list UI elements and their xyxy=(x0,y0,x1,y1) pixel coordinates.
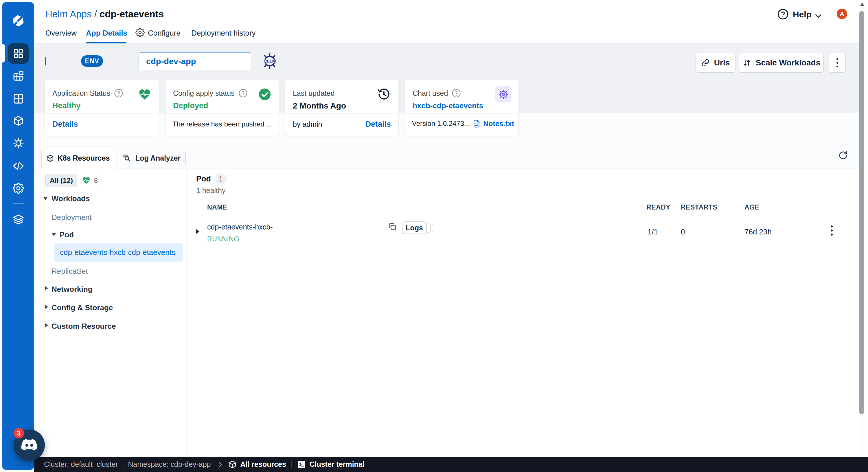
svg-text:HELM: HELM xyxy=(264,58,276,63)
